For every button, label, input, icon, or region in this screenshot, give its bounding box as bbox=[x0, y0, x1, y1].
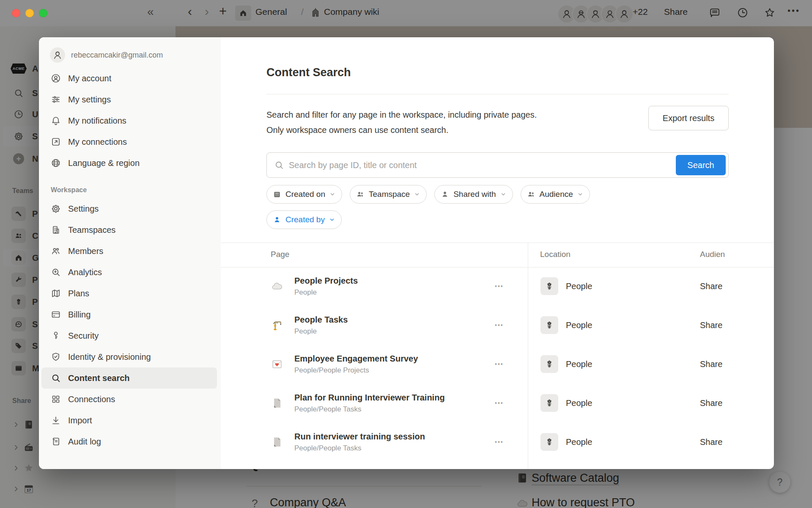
filter-created-by[interactable]: Created by bbox=[266, 210, 342, 229]
window-controls bbox=[12, 9, 47, 17]
minimize-window-button[interactable] bbox=[25, 9, 34, 17]
nav-item-security[interactable]: Security bbox=[39, 325, 221, 346]
teamspace-flower-icon bbox=[540, 277, 558, 295]
column-header-page: Page bbox=[271, 250, 289, 259]
filter-shared-with[interactable]: Shared with bbox=[434, 185, 513, 204]
map-icon bbox=[51, 288, 61, 298]
row-menu-icon[interactable]: ••• bbox=[495, 322, 504, 329]
filter-chips: Created on Teamspace Shared with Audienc… bbox=[266, 185, 590, 204]
crane-icon bbox=[271, 319, 283, 331]
table-row[interactable]: People ProjectsPeople ••• People Share bbox=[221, 267, 774, 306]
user-avatar bbox=[50, 47, 65, 63]
table-row[interactable]: Plan for Running Interviewer TrainingPeo… bbox=[221, 384, 774, 422]
account-header: rebeccamcakir@gmail.com bbox=[39, 47, 221, 68]
location-name[interactable]: People bbox=[566, 320, 592, 330]
filter-created-on[interactable]: Created on bbox=[266, 185, 342, 204]
audience-value: Share bbox=[700, 398, 722, 408]
nav-item-settings[interactable]: Settings bbox=[39, 198, 221, 219]
search-icon bbox=[274, 160, 284, 170]
sliders-icon bbox=[51, 94, 61, 105]
audience-value: Share bbox=[700, 437, 722, 447]
table-row[interactable]: Employee Engagement SurveyPeople/People … bbox=[221, 345, 774, 384]
page-title-link[interactable]: Employee Engagement Survey bbox=[294, 354, 418, 363]
key-icon bbox=[51, 331, 61, 341]
zoom-window-button[interactable] bbox=[39, 9, 47, 17]
active-filter-row: Created by bbox=[266, 210, 342, 229]
nav-item-members[interactable]: Members bbox=[39, 240, 221, 262]
nav-item-analytics[interactable]: Analytics bbox=[39, 262, 221, 283]
page-icon bbox=[271, 397, 283, 409]
column-header-location: Location bbox=[540, 250, 571, 259]
page-title-link[interactable]: Run interviewer training session bbox=[294, 432, 425, 441]
download-arrow-icon bbox=[51, 415, 61, 425]
row-menu-icon[interactable]: ••• bbox=[495, 283, 504, 290]
row-menu-icon[interactable]: ••• bbox=[495, 400, 504, 406]
search-button[interactable]: Search bbox=[676, 155, 726, 175]
table-header: Page Location Audien bbox=[221, 243, 774, 268]
page-title-link[interactable]: People Tasks bbox=[294, 315, 348, 324]
audience-value: Share bbox=[700, 359, 722, 369]
heart-letter-icon bbox=[271, 358, 283, 370]
content-search-bar: Search bbox=[266, 152, 729, 178]
person-icon bbox=[273, 215, 281, 224]
chevron-down-icon bbox=[414, 191, 420, 197]
nav-item-plans[interactable]: Plans bbox=[39, 283, 221, 304]
location-name[interactable]: People bbox=[566, 282, 592, 291]
page-path: People bbox=[294, 327, 348, 336]
title-divider bbox=[266, 94, 729, 94]
teamspace-flower-icon bbox=[540, 316, 558, 334]
close-window-button[interactable] bbox=[12, 9, 20, 17]
row-menu-icon[interactable]: ••• bbox=[495, 361, 504, 367]
page-title-link[interactable]: People Projects bbox=[294, 276, 358, 285]
chevron-down-icon bbox=[329, 191, 335, 197]
page-title: Content Search bbox=[266, 66, 351, 79]
magnifier-plus-icon bbox=[51, 267, 61, 277]
calendar-icon bbox=[273, 190, 281, 199]
filter-audience[interactable]: Audience bbox=[521, 185, 590, 204]
workspace-section-label: Workspace bbox=[51, 186, 221, 194]
export-results-button[interactable]: Export results bbox=[648, 106, 729, 130]
nav-item-content-search[interactable]: Content search bbox=[41, 367, 217, 389]
content-search-panel: Content Search Search and filter for any… bbox=[221, 37, 774, 469]
grid-icon bbox=[51, 394, 61, 404]
teamspace-flower-icon bbox=[540, 433, 558, 451]
nav-item-my-settings[interactable]: My settings bbox=[39, 89, 221, 110]
nav-item-my-connections[interactable]: My connections bbox=[39, 131, 221, 152]
page-path: People bbox=[294, 288, 358, 297]
building-icon bbox=[51, 225, 61, 235]
nav-item-my-notifications[interactable]: My notifications bbox=[39, 110, 221, 131]
globe-icon bbox=[51, 158, 61, 168]
nav-item-audit-log[interactable]: Audit log bbox=[39, 431, 221, 452]
nav-item-identity-provisioning[interactable]: Identity & provisioning bbox=[39, 346, 221, 367]
chevron-down-icon bbox=[577, 191, 583, 197]
table-row[interactable]: Run interviewer training sessionPeople/P… bbox=[221, 422, 774, 461]
page-path: People/People Tasks bbox=[294, 444, 425, 453]
person-icon bbox=[441, 190, 449, 199]
filter-teamspace[interactable]: Teamspace bbox=[350, 185, 427, 204]
audience-value: Share bbox=[700, 320, 722, 330]
nav-item-teamspaces[interactable]: Teamspaces bbox=[39, 219, 221, 240]
people-icon bbox=[356, 190, 365, 199]
nav-item-my-account[interactable]: My account bbox=[39, 68, 221, 89]
nav-item-billing[interactable]: Billing bbox=[39, 304, 221, 325]
person-circle-icon bbox=[51, 73, 61, 83]
settings-modal: rebeccamcakir@gmail.com My account My se… bbox=[39, 37, 774, 469]
nav-item-language-region[interactable]: Language & region bbox=[39, 152, 221, 174]
results-table: People ProjectsPeople ••• People Share P… bbox=[221, 267, 774, 461]
table-row[interactable]: People TasksPeople ••• People Share bbox=[221, 306, 774, 345]
nav-item-connections[interactable]: Connections bbox=[39, 389, 221, 410]
location-name[interactable]: People bbox=[566, 437, 592, 447]
credit-card-icon bbox=[51, 309, 61, 320]
people-icon bbox=[527, 190, 535, 199]
audience-value: Share bbox=[700, 282, 722, 291]
search-icon bbox=[51, 373, 61, 383]
chevron-down-icon bbox=[329, 217, 335, 223]
teamspace-flower-icon bbox=[540, 394, 558, 412]
nav-item-import[interactable]: Import bbox=[39, 410, 221, 431]
location-name[interactable]: People bbox=[566, 398, 592, 408]
page-description: Search and filter for any page in the wo… bbox=[266, 107, 537, 138]
search-input[interactable] bbox=[288, 153, 669, 177]
row-menu-icon[interactable]: ••• bbox=[495, 439, 504, 445]
location-name[interactable]: People bbox=[566, 359, 592, 369]
page-title-link[interactable]: Plan for Running Interviewer Training bbox=[294, 393, 445, 402]
